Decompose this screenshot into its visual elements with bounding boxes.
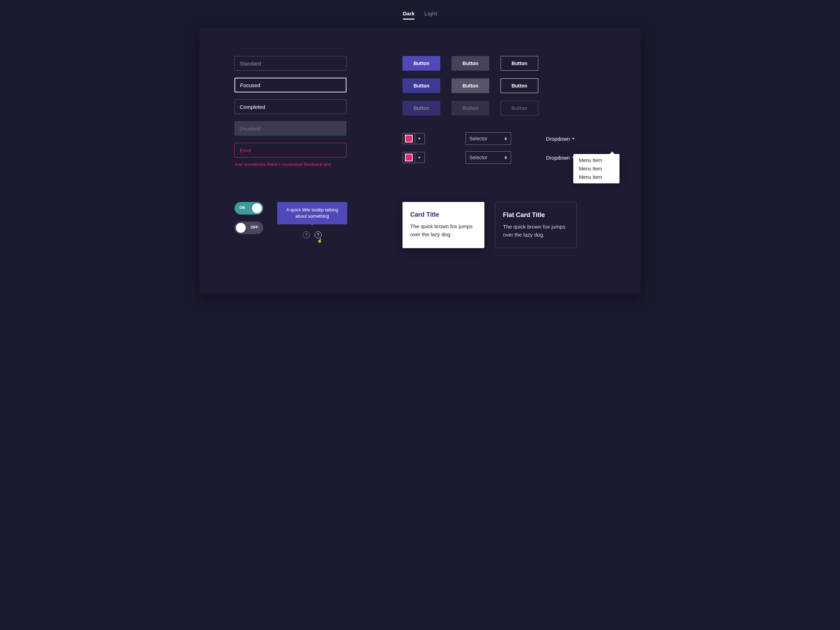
input-focused[interactable] (235, 78, 346, 92)
color-picker-toggle[interactable] (415, 133, 423, 144)
selector-label: Selector (469, 155, 487, 160)
stepper-icon (504, 156, 507, 159)
toggle-on[interactable]: ON (235, 202, 263, 215)
dropdown-label: Dropdown (546, 136, 570, 142)
selector-row-group: Selector Dropdown (403, 132, 605, 164)
color-picker[interactable] (403, 133, 425, 144)
selector-field[interactable]: Selector (466, 132, 511, 145)
dropdown-menu: Menu Item Menu Item Menu Item (573, 154, 619, 183)
dropdown-menu-item[interactable]: Menu Item (579, 158, 614, 163)
button-outline-hover[interactable]: Button (501, 78, 538, 93)
toggle-knob (252, 203, 262, 213)
button-secondary-disabled: Button (452, 101, 489, 115)
tab-light[interactable]: Light (424, 11, 437, 20)
dropdown-closed[interactable]: Dropdown (546, 136, 598, 142)
tooltip: A quick little tooltip talking about som… (277, 202, 347, 224)
input-disabled (235, 121, 346, 136)
color-swatch-icon (405, 135, 413, 142)
input-error-feedback: And sometimes there's contextual feedbac… (235, 162, 374, 167)
tab-dark[interactable]: Dark (403, 11, 414, 20)
cards-group: Card Title The quick brown fox jumps ove… (403, 202, 605, 248)
button-primary-disabled: Button (403, 101, 440, 115)
chevron-down-icon (572, 138, 575, 140)
card-flat: Flat Card Title The quick brown fox jump… (495, 202, 577, 248)
selector-field[interactable]: Selector (466, 151, 511, 164)
pointer-cursor-icon: ☝ (317, 238, 322, 243)
toggle-tooltip-group: ON OFF A quick little tooltip talking ab… (235, 202, 374, 238)
dropdown-menu-item[interactable]: Menu Item (579, 166, 614, 172)
input-error[interactable] (235, 143, 346, 158)
card-body: The quick brown fox jumps over the lazy … (503, 223, 569, 239)
color-picker[interactable] (403, 152, 425, 163)
tooltip-demo: A quick little tooltip talking about som… (277, 202, 347, 238)
button-primary[interactable]: Button (403, 56, 440, 71)
selector-label: Selector (469, 136, 487, 141)
button-outline[interactable]: Button (501, 56, 538, 71)
button-primary-hover[interactable]: Button (403, 78, 440, 93)
button-outline-disabled: Button (501, 101, 538, 115)
card-elevated: Card Title The quick brown fox jumps ove… (403, 202, 485, 248)
inputs-column: And sometimes there's contextual feedbac… (235, 56, 374, 167)
button-secondary[interactable]: Button (452, 56, 489, 71)
chevron-down-icon (418, 138, 421, 140)
color-swatch-icon (405, 154, 413, 161)
toggle-knob (236, 223, 246, 233)
theme-tabs: Dark Light (199, 11, 641, 20)
toggle-off[interactable]: OFF (235, 221, 263, 234)
card-title: Card Title (410, 211, 477, 218)
color-picker-toggle[interactable] (415, 152, 423, 163)
card-title: Flat Card Title (503, 212, 569, 219)
help-icon[interactable]: ? ☝ (315, 231, 322, 238)
help-icon[interactable]: ? (303, 231, 310, 238)
controls-column: Button Button Button Button Button Butto… (403, 56, 605, 167)
dropdown-menu-item[interactable]: Menu Item (579, 174, 614, 180)
input-completed[interactable] (235, 99, 346, 114)
input-standard[interactable] (235, 56, 346, 71)
dropdown-label: Dropdown (546, 155, 570, 161)
toggle-on-label: ON (239, 205, 245, 210)
stepper-icon (504, 137, 507, 141)
button-secondary-hover[interactable]: Button (452, 78, 489, 93)
component-panel: And sometimes there's contextual feedbac… (199, 28, 641, 294)
chevron-down-icon (418, 157, 421, 159)
card-body: The quick brown fox jumps over the lazy … (410, 223, 477, 238)
button-grid: Button Button Button Button Button Butto… (403, 56, 605, 115)
toggle-off-label: OFF (251, 225, 258, 229)
